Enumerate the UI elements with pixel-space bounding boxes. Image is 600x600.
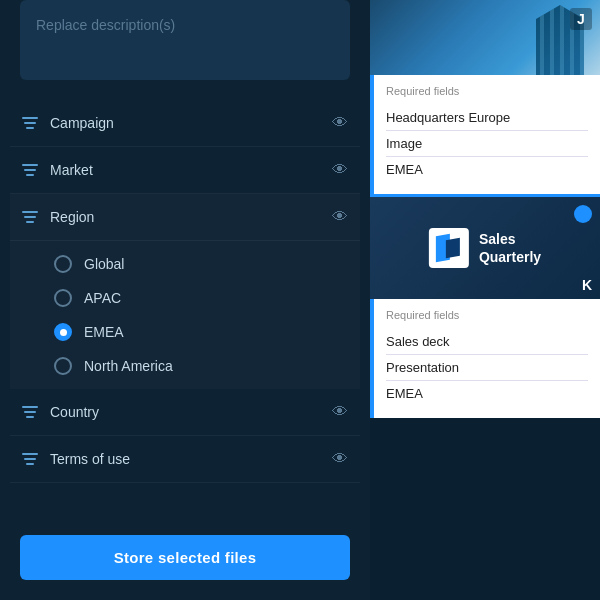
filter-icon — [22, 406, 38, 418]
card2-field-3: EMEA — [386, 381, 588, 406]
filter-item-campaign[interactable]: Campaign 👁 — [10, 100, 360, 147]
card1-info: Required fields Headquarters Europe Imag… — [370, 75, 600, 194]
description-area[interactable]: Replace description(s) — [20, 0, 350, 80]
radio-item-north-america[interactable]: North America — [54, 349, 360, 383]
filter-icon — [22, 453, 38, 465]
sales-subtitle: Quarterly — [479, 249, 541, 265]
store-btn-container: Store selected files — [0, 519, 370, 580]
filter-icon — [22, 117, 38, 129]
card-headquarters: J Required fields Headquarters Europe Im… — [370, 0, 600, 194]
logo-inner — [434, 233, 464, 263]
sales-text: Sales Quarterly — [479, 230, 541, 266]
filter-region-container: Region 👁 Global APAC — [10, 194, 360, 389]
radio-outer-north-america — [54, 357, 72, 375]
eye-icon-terms[interactable]: 👁 — [332, 450, 348, 468]
card2-field-1: Sales deck — [386, 329, 588, 355]
card-label-j: J — [570, 8, 592, 30]
filter-label-region: Region — [50, 209, 332, 225]
sales-title: Sales — [479, 231, 516, 247]
filter-item-region[interactable]: Region 👁 — [10, 194, 360, 241]
eye-icon-campaign[interactable]: 👁 — [332, 114, 348, 132]
eye-icon-market[interactable]: 👁 — [332, 161, 348, 179]
filter-label-campaign: Campaign — [50, 115, 332, 131]
radio-outer-emea — [54, 323, 72, 341]
card1-field-3: EMEA — [386, 157, 588, 182]
eye-icon-region[interactable]: 👁 — [332, 208, 348, 226]
store-selected-files-button[interactable]: Store selected files — [20, 535, 350, 580]
radio-inner-emea — [60, 329, 67, 336]
card1-field-1: Headquarters Europe — [386, 105, 588, 131]
radio-outer-apac — [54, 289, 72, 307]
eye-icon-country[interactable]: 👁 — [332, 403, 348, 421]
card2-image: Sales Quarterly K — [370, 194, 600, 299]
card2-info: Required fields Sales deck Presentation … — [370, 299, 600, 418]
card-image-building: J — [370, 0, 600, 75]
filter-list: Campaign 👁 Market 👁 Region 👁 — [0, 100, 370, 519]
filter-label-terms: Terms of use — [50, 451, 332, 467]
card-sales-quarterly: Sales Quarterly K Required fields Sales … — [370, 194, 600, 418]
radio-label-north-america: North America — [84, 358, 173, 374]
radio-label-global: Global — [84, 256, 124, 272]
filter-label-country: Country — [50, 404, 332, 420]
radio-item-emea[interactable]: EMEA — [54, 315, 360, 349]
sales-badge: Sales Quarterly — [429, 228, 541, 268]
filter-icon — [22, 211, 38, 223]
radio-item-apac[interactable]: APAC — [54, 281, 360, 315]
filter-icon — [22, 164, 38, 176]
right-panel: J Required fields Headquarters Europe Im… — [370, 0, 600, 600]
card1-field-2: Image — [386, 131, 588, 157]
filter-label-market: Market — [50, 162, 332, 178]
filter-item-country[interactable]: Country 👁 — [10, 389, 360, 436]
sales-logo — [429, 228, 469, 268]
filter-item-market[interactable]: Market 👁 — [10, 147, 360, 194]
description-placeholder: Replace description(s) — [36, 17, 175, 33]
region-radio-list: Global APAC EMEA North America — [10, 241, 360, 389]
left-panel: Replace description(s) Campaign 👁 Market… — [0, 0, 370, 600]
card2-required-label: Required fields — [386, 309, 588, 321]
radio-outer-global — [54, 255, 72, 273]
card2-label-k: K — [582, 277, 592, 293]
filter-item-terms[interactable]: Terms of use 👁 — [10, 436, 360, 483]
card1-required-label: Required fields — [386, 85, 588, 97]
radio-label-apac: APAC — [84, 290, 121, 306]
radio-label-emea: EMEA — [84, 324, 124, 340]
card2-field-2: Presentation — [386, 355, 588, 381]
radio-item-global[interactable]: Global — [54, 247, 360, 281]
card2-corner-dot — [574, 205, 592, 223]
